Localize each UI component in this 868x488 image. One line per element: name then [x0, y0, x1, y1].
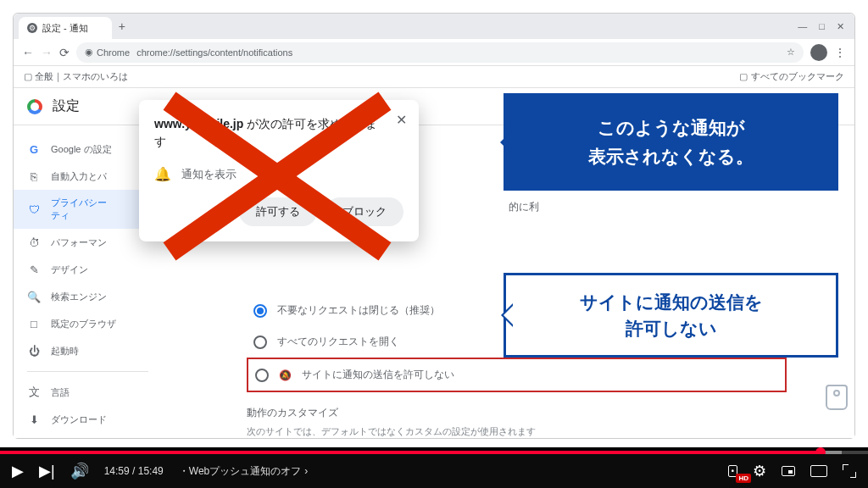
all-bookmarks-button[interactable]: ▢ すべてのブックマーク	[739, 70, 844, 83]
browser-tab[interactable]: ⚙ 設定 - 通知	[19, 17, 112, 39]
close-icon[interactable]: ✕	[837, 21, 844, 32]
next-button[interactable]: ▶|	[39, 462, 55, 480]
bookmark-bar: ▢ 全般｜スマホのいろは ▢ すべてのブックマーク	[14, 66, 854, 88]
close-icon[interactable]: ✕	[396, 112, 407, 128]
radio-icon	[255, 369, 269, 382]
pen-icon: ✎	[27, 263, 41, 276]
page-title: 設定	[53, 97, 80, 115]
permission-title: www.ymobile.jp が次の許可を求めています	[154, 115, 403, 151]
maximize-icon[interactable]: □	[819, 21, 825, 32]
address-bar: ← → ⟳ ◉Chrome chrome://settings/content/…	[14, 39, 854, 66]
menu-dots-icon[interactable]: ⋮	[834, 46, 846, 59]
sidebar-item-accessibility[interactable]: ♿ユーザー補助機能	[14, 433, 162, 438]
settings-button[interactable]: ⚙	[753, 462, 766, 480]
profile-avatar[interactable]	[810, 44, 827, 61]
radio-option-block[interactable]: 🔕 サイトに通知の送信を許可しない	[247, 358, 787, 392]
bookmark-item[interactable]: ▢ 全般｜スマホのいろは	[24, 70, 128, 83]
sidebar-item-appearance[interactable]: ✎デザイン	[14, 256, 162, 283]
minimize-icon[interactable]: —	[798, 21, 807, 32]
block-button[interactable]: ブロック	[326, 197, 403, 226]
back-icon[interactable]: ←	[22, 46, 34, 59]
chevron-right-icon: ›	[304, 465, 308, 477]
theater-button[interactable]	[810, 465, 827, 477]
sidebar-item-downloads[interactable]: ⬇ダウンロード	[14, 406, 162, 433]
gear-icon: ⚙	[27, 23, 37, 33]
radio-icon	[253, 336, 267, 349]
tab-title: 設定 - 通知	[42, 22, 88, 35]
chrome-icon: ◉	[85, 47, 93, 58]
radio-checked-icon	[253, 304, 267, 318]
forward-icon[interactable]: →	[41, 46, 53, 59]
search-icon: 🔍	[27, 290, 41, 303]
time-display: 14:59 / 15:49	[104, 465, 164, 477]
sidebar-item-default[interactable]: □既定のブラウザ	[14, 310, 162, 337]
watermark-icon	[826, 385, 848, 410]
customize-description: 次のサイトでは、デフォルトではなくカスタムの設定が使用されます	[247, 425, 787, 438]
callout-white: サイトに通知の送信を 許可しない	[504, 273, 838, 358]
url-field[interactable]: ◉Chrome chrome://settings/content/notifi…	[76, 42, 804, 63]
callout-blue: このような通知が 表示されなくなる。	[504, 93, 838, 191]
power-icon: ⏻	[27, 344, 41, 358]
autofill-icon: ⎘	[27, 169, 41, 183]
sidebar-item-startup[interactable]: ⏻起動時	[14, 337, 162, 364]
chrome-logo-icon	[27, 99, 42, 114]
shield-icon: 🛡	[27, 202, 41, 216]
permission-body: 通知を表示	[181, 167, 236, 182]
download-icon: ⬇	[27, 413, 41, 426]
miniplayer-button[interactable]	[782, 466, 795, 476]
play-button[interactable]: ▶	[12, 462, 24, 480]
allow-button[interactable]: 許可する	[239, 197, 317, 226]
gauge-icon: ⏱	[27, 236, 41, 249]
customize-heading: 動作のカスタマイズ	[247, 406, 787, 420]
partial-label: 的に利	[509, 200, 539, 214]
bell-off-icon: 🔕	[279, 369, 292, 381]
sidebar-item-languages[interactable]: 文言語	[14, 379, 162, 406]
volume-button[interactable]: 🔊	[70, 462, 89, 480]
google-icon: G	[27, 142, 41, 156]
permission-popup: ✕ www.ymobile.jp が次の許可を求めています 🔔 通知を表示 許可…	[139, 100, 419, 241]
sidebar-item-search[interactable]: 🔍検索エンジン	[14, 283, 162, 310]
url-text: chrome://settings/content/notifications	[136, 47, 292, 58]
bell-icon: 🔔	[154, 166, 171, 182]
translate-icon: 文	[27, 385, 41, 399]
chapter-title[interactable]: ・Webプッシュ通知のオフ ›	[179, 464, 308, 479]
video-controls: ▶ ▶| 🔊 14:59 / 15:49 ・Webプッシュ通知のオフ › • ⚙	[0, 454, 868, 488]
browser-icon: □	[27, 317, 41, 330]
bookmark-star-icon[interactable]: ☆	[787, 47, 795, 58]
hd-badge: HD	[736, 474, 751, 483]
fullscreen-button[interactable]	[843, 464, 856, 478]
reload-icon[interactable]: ⟳	[59, 46, 70, 59]
browser-titlebar: ⚙ 設定 - 通知 + — □ ✕	[14, 14, 854, 39]
new-tab-button[interactable]: +	[119, 19, 125, 33]
